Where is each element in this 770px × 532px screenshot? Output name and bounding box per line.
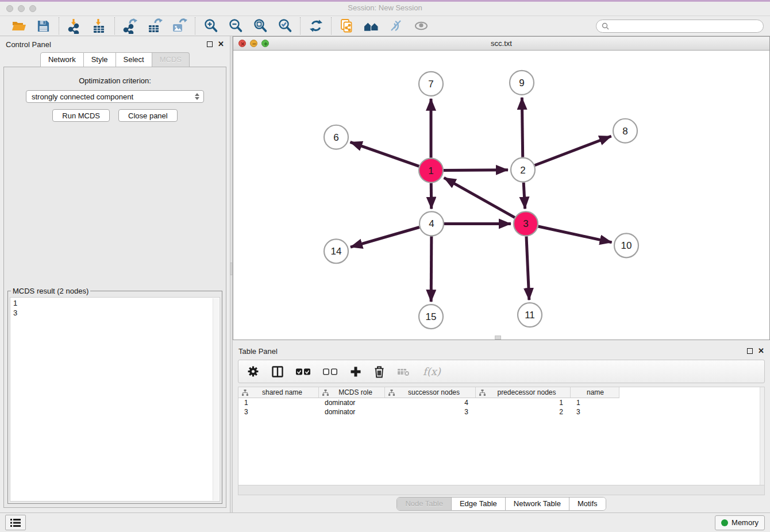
column-layout-icon[interactable] [271,365,284,378]
edge-2-9[interactable] [522,98,522,157]
task-history-button[interactable] [5,515,26,530]
column-header-predecessor-nodes[interactable]: predecessor nodes [476,387,571,398]
tab-node-table[interactable]: Node Table [397,498,451,510]
cell-successor-nodes[interactable]: 4 [385,399,476,407]
close-window-icon[interactable] [6,5,13,12]
column-header-shared-name[interactable]: shared name [238,387,319,398]
cell-shared-name[interactable]: 1 [238,399,319,407]
optimization-criterion-dropdown[interactable]: strongly connected component [26,90,204,103]
close-panel-icon[interactable]: ✕ [218,41,224,47]
save-session-icon[interactable] [36,18,51,34]
edge-3-10[interactable] [538,226,611,242]
function-builder-icon[interactable]: f(x) [423,365,441,377]
close-panel-button[interactable]: Close panel [118,109,178,122]
table-scrollbar[interactable] [760,387,764,485]
network-graph[interactable]: 7968124314101511 [233,51,769,340]
search-input[interactable] [613,22,758,30]
float-panel-icon[interactable] [207,41,213,47]
edge-2-8[interactable] [535,136,611,165]
table-hscroll-area[interactable] [238,485,765,495]
node-11[interactable]: 11 [518,303,542,327]
settings-gear-icon[interactable] [247,365,259,377]
edge-3-1[interactable] [444,178,515,217]
node-7[interactable]: 7 [419,72,443,96]
node-9[interactable]: 9 [510,71,534,95]
minimize-window-icon[interactable] [18,5,25,12]
zoom-selected-icon[interactable] [277,18,292,34]
export-image-icon[interactable] [172,18,187,34]
panel-splitter-vertical[interactable] [230,36,233,512]
edge-1-6[interactable] [351,142,419,166]
node-4[interactable]: 4 [419,211,444,236]
node-15[interactable]: 15 [419,304,443,329]
tab-motifs[interactable]: Motifs [569,498,606,510]
node-3[interactable]: 3 [514,211,538,236]
table-row[interactable]: 3dominator323 [238,407,764,417]
tab-style[interactable]: Style [84,52,116,67]
cell-shared-name[interactable]: 3 [238,408,319,416]
network-overview-eye-icon[interactable] [413,18,429,34]
result-scrollbar[interactable] [213,298,219,500]
zoom-out-icon[interactable] [228,18,243,34]
cell-MCDS-role[interactable]: dominator [319,399,385,407]
add-row-icon[interactable] [350,366,361,377]
deselect-all-checkboxes-icon[interactable] [323,368,338,375]
edge-2-3[interactable] [523,183,525,209]
cell-MCDS-role[interactable]: dominator [319,408,385,416]
tab-edge-table[interactable]: Edge Table [451,498,505,510]
node-6[interactable]: 6 [324,125,348,149]
window-traffic-lights[interactable] [6,5,36,12]
network-canvas[interactable]: 7968124314101511 [233,51,769,340]
network-maximize-icon[interactable] [261,40,269,47]
float-table-panel-icon[interactable] [747,348,753,354]
node-1[interactable]: 1 [419,159,443,183]
hide-graphics-details-icon[interactable] [388,18,404,34]
canvas-scroll-handle[interactable] [495,336,501,340]
zoom-in-icon[interactable] [203,18,218,34]
tab-mcds[interactable]: MCDS [152,52,190,67]
svg-text:2: 2 [520,165,525,176]
edge-3-11[interactable] [526,236,529,300]
node-8[interactable]: 8 [613,119,637,143]
network-minimize-icon[interactable] [250,40,257,47]
cell-predecessor-nodes[interactable]: 1 [476,399,571,407]
cell-name[interactable]: 3 [571,408,619,416]
delete-row-icon[interactable] [374,365,385,378]
run-mcds-button[interactable]: Run MCDS [52,109,110,122]
import-network-icon[interactable] [67,18,82,34]
node-2[interactable]: 2 [511,158,535,182]
window-title: Session: New Session [348,3,422,12]
export-network-icon[interactable] [122,18,138,34]
mcds-result-text[interactable]: 1 3 [10,297,220,502]
home-fit-content-icon[interactable] [364,18,379,34]
tab-select[interactable]: Select [116,52,152,67]
cell-predecessor-nodes[interactable]: 2 [476,408,571,416]
node-14[interactable]: 14 [324,239,348,263]
network-close-icon[interactable] [238,40,246,47]
column-header-successor-nodes[interactable]: successor nodes [385,387,476,398]
export-table-icon[interactable] [147,18,163,34]
edge-4-15[interactable] [431,236,432,302]
import-table-icon[interactable] [91,18,107,34]
search-box[interactable] [596,20,764,33]
column-header-MCDS-role[interactable]: MCDS role [319,387,385,398]
edge-4-14[interactable] [351,227,419,247]
edge-1-2[interactable] [444,170,508,171]
node-10[interactable]: 10 [614,233,638,257]
select-all-checkboxes-icon[interactable] [296,368,311,375]
refresh-view-icon[interactable] [308,18,324,34]
close-table-panel-icon[interactable]: ✕ [758,348,764,354]
tab-network[interactable]: Network [40,52,84,67]
open-session-icon[interactable] [11,18,26,34]
cell-name[interactable]: 1 [571,399,619,407]
table-row[interactable]: 1dominator411 [238,398,764,407]
clone-network-icon[interactable] [339,18,355,34]
maximize-window-icon[interactable] [29,5,36,12]
memory-button[interactable]: Memory [715,515,765,530]
tab-network-table[interactable]: Network Table [505,498,569,510]
column-header-name[interactable]: name [571,387,619,398]
cell-successor-nodes[interactable]: 3 [385,408,476,416]
splitter-handle[interactable] [230,263,233,275]
delete-table-icon[interactable] [397,367,411,377]
zoom-fit-icon[interactable] [252,18,268,34]
